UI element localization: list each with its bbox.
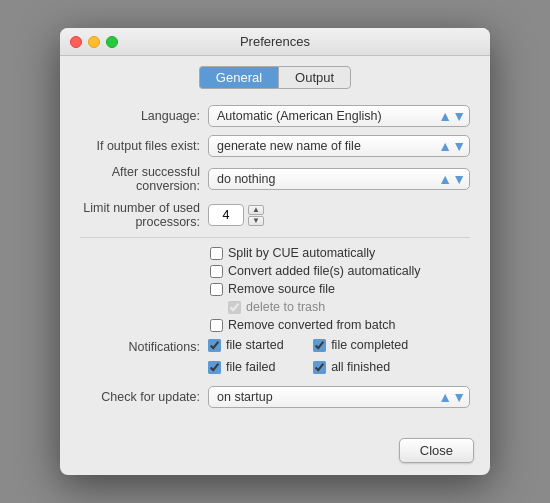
file-completed-row: file completed <box>313 338 408 352</box>
processors-label: Limit number of used processors: <box>80 201 200 229</box>
check-update-select-wrap: on startup daily weekly never ▲▼ <box>208 386 470 408</box>
delete-trash-label: delete to trash <box>246 300 325 314</box>
split-cue-checkbox[interactable] <box>210 247 223 260</box>
language-row: Language: Automatic (American English) E… <box>80 105 470 127</box>
after-conversion-label: After successful conversion: <box>80 165 200 193</box>
output-exists-select[interactable]: generate new name of file overwrite ask <box>208 135 470 157</box>
language-control: Automatic (American English) English Spa… <box>208 105 470 127</box>
remove-converted-checkbox[interactable] <box>210 319 223 332</box>
tab-bar: General Output <box>60 56 490 97</box>
divider-1 <box>80 237 470 238</box>
checkboxes-section: Split by CUE automatically Convert added… <box>80 246 470 332</box>
file-failed-checkbox[interactable] <box>208 361 221 374</box>
output-exists-select-wrap: generate new name of file overwrite ask … <box>208 135 470 157</box>
language-select[interactable]: Automatic (American English) English Spa… <box>208 105 470 127</box>
remove-converted-label: Remove converted from batch <box>228 318 395 332</box>
convert-added-label: Convert added file(s) automatically <box>228 264 420 278</box>
window-title: Preferences <box>240 34 310 49</box>
remove-converted-row: Remove converted from batch <box>210 318 470 332</box>
file-started-label: file started <box>226 338 284 352</box>
notifications-row: Notifications: file started file complet… <box>80 338 470 378</box>
output-exists-label: If output files exist: <box>80 139 200 153</box>
delete-trash-row: delete to trash <box>210 300 470 314</box>
preferences-content: Language: Automatic (American English) E… <box>60 97 490 430</box>
close-window-button[interactable] <box>70 36 82 48</box>
processors-increment[interactable]: ▲ <box>248 205 264 215</box>
after-conversion-row: After successful conversion: do nothing … <box>80 165 470 193</box>
delete-trash-checkbox[interactable] <box>228 301 241 314</box>
file-started-checkbox[interactable] <box>208 339 221 352</box>
check-update-select[interactable]: on startup daily weekly never <box>208 386 470 408</box>
close-button[interactable]: Close <box>399 438 474 463</box>
file-completed-checkbox[interactable] <box>313 339 326 352</box>
notifications-label: Notifications: <box>80 338 200 354</box>
close-row: Close <box>60 430 490 475</box>
notifications-grid: file started file completed file failed … <box>208 338 408 378</box>
file-failed-row: file failed <box>208 360 303 374</box>
tab-general[interactable]: General <box>199 66 278 89</box>
file-completed-label: file completed <box>331 338 408 352</box>
processors-spinbox-wrap: ▲ ▼ <box>208 204 470 226</box>
remove-source-label: Remove source file <box>228 282 335 296</box>
language-select-wrap: Automatic (American English) English Spa… <box>208 105 470 127</box>
all-finished-label: all finished <box>331 360 390 374</box>
processors-spinbox-buttons: ▲ ▼ <box>248 205 264 226</box>
all-finished-checkbox[interactable] <box>313 361 326 374</box>
processors-row: Limit number of used processors: ▲ ▼ <box>80 201 470 229</box>
all-finished-row: all finished <box>313 360 408 374</box>
preferences-window: Preferences General Output Language: Aut… <box>60 28 490 475</box>
output-exists-control: generate new name of file overwrite ask … <box>208 135 470 157</box>
minimize-window-button[interactable] <box>88 36 100 48</box>
processors-control: ▲ ▼ <box>208 204 470 226</box>
language-label: Language: <box>80 109 200 123</box>
convert-added-row: Convert added file(s) automatically <box>210 264 470 278</box>
check-update-row: Check for update: on startup daily weekl… <box>80 386 470 408</box>
titlebar: Preferences <box>60 28 490 56</box>
file-failed-label: file failed <box>226 360 275 374</box>
split-cue-row: Split by CUE automatically <box>210 246 470 260</box>
file-started-row: file started <box>208 338 303 352</box>
check-update-label: Check for update: <box>80 390 200 404</box>
maximize-window-button[interactable] <box>106 36 118 48</box>
output-exists-row: If output files exist: generate new name… <box>80 135 470 157</box>
processors-input[interactable] <box>208 204 244 226</box>
processors-decrement[interactable]: ▼ <box>248 216 264 226</box>
after-conversion-select[interactable]: do nothing open file reveal in finder <box>208 168 470 190</box>
traffic-lights <box>70 36 118 48</box>
split-cue-label: Split by CUE automatically <box>228 246 375 260</box>
check-update-control: on startup daily weekly never ▲▼ <box>208 386 470 408</box>
after-conversion-control: do nothing open file reveal in finder ▲▼ <box>208 168 470 190</box>
convert-added-checkbox[interactable] <box>210 265 223 278</box>
after-conversion-select-wrap: do nothing open file reveal in finder ▲▼ <box>208 168 470 190</box>
remove-source-row: Remove source file <box>210 282 470 296</box>
tab-output[interactable]: Output <box>278 66 351 89</box>
remove-source-checkbox[interactable] <box>210 283 223 296</box>
